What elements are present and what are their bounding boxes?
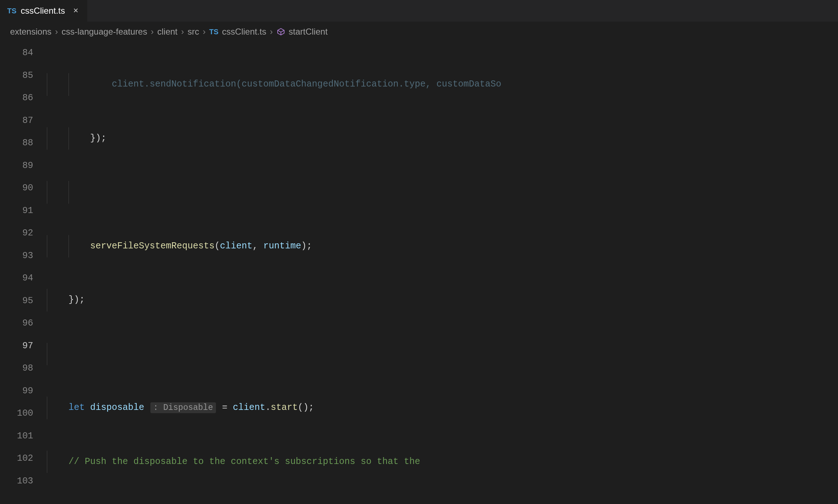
line-number[interactable]: 100	[0, 402, 33, 425]
line-number[interactable]: 85	[0, 65, 33, 87]
line-number[interactable]: 93	[0, 245, 33, 268]
breadcrumb-item[interactable]: client	[157, 27, 177, 37]
chevron-right-icon: ›	[181, 27, 184, 37]
typescript-icon: TS	[7, 7, 17, 15]
code-text: });	[69, 295, 85, 305]
line-number[interactable]: 87	[0, 110, 33, 132]
line-number[interactable]: 88	[0, 132, 33, 155]
line-number[interactable]: 99	[0, 380, 33, 403]
tab-bar: TS cssClient.ts ×	[0, 0, 838, 22]
line-number[interactable]: 84	[0, 42, 33, 65]
line-number-gutter: 8485868788899091929394959697989910010110…	[0, 42, 47, 504]
line-number[interactable]: 95	[0, 290, 33, 313]
code-text: let	[69, 402, 85, 413]
line-number[interactable]: 86	[0, 87, 33, 110]
breadcrumb-symbol[interactable]: startClient	[289, 27, 328, 37]
code-line[interactable]: client.sendNotification(customDataChange…	[47, 73, 838, 96]
code-line[interactable]	[47, 181, 838, 204]
chevron-right-icon: ›	[203, 27, 206, 37]
line-number[interactable]: 96	[0, 312, 33, 335]
tab-label: cssClient.ts	[21, 6, 65, 16]
code-line[interactable]	[47, 343, 838, 366]
line-number[interactable]: 91	[0, 200, 33, 222]
breadcrumb-file[interactable]: cssClient.ts	[222, 27, 266, 37]
chevron-right-icon: ›	[151, 27, 154, 37]
code-line[interactable]: serveFileSystemRequests(client, runtime)…	[47, 235, 838, 258]
line-number[interactable]: 101	[0, 425, 33, 448]
tab-active[interactable]: TS cssClient.ts ×	[0, 0, 88, 22]
line-number[interactable]: 102	[0, 447, 33, 470]
breadcrumb-item[interactable]: src	[188, 27, 199, 37]
close-icon[interactable]: ×	[71, 6, 80, 15]
editor[interactable]: 8485868788899091929394959697989910010110…	[0, 42, 838, 504]
line-number[interactable]: 90	[0, 177, 33, 200]
line-number[interactable]: 97	[0, 335, 33, 358]
breadcrumb-item[interactable]: extensions	[10, 27, 52, 37]
code-text: start	[271, 402, 298, 413]
breadcrumb: extensions › css-language-features › cli…	[0, 22, 838, 42]
code-area[interactable]: client.sendNotification(customDataChange…	[47, 42, 838, 504]
line-number[interactable]: 89	[0, 155, 33, 177]
code-text: client.sendNotification(customDataChange…	[112, 79, 501, 89]
line-number[interactable]: 103	[0, 470, 33, 493]
code-text: client	[233, 402, 265, 413]
line-number[interactable]: 94	[0, 267, 33, 290]
code-line[interactable]: let disposable : Disposable = client.sta…	[47, 397, 838, 419]
symbol-method-icon	[277, 27, 285, 36]
chevron-right-icon: ›	[55, 27, 58, 37]
chevron-right-icon: ›	[270, 27, 273, 37]
typescript-icon: TS	[209, 28, 219, 36]
code-text: runtime	[263, 241, 301, 251]
code-line[interactable]: });	[47, 289, 838, 311]
code-comment: // Push the disposable to the context's …	[69, 456, 420, 467]
breadcrumb-item[interactable]: css-language-features	[62, 27, 147, 37]
inlay-hint: : Disposable	[150, 402, 216, 413]
code-line[interactable]: });	[47, 127, 838, 150]
code-text: =	[217, 402, 233, 413]
code-text: serveFileSystemRequests	[90, 241, 215, 251]
code-text: disposable	[90, 402, 144, 413]
line-number[interactable]: 92	[0, 222, 33, 245]
code-line[interactable]: // Push the disposable to the context's …	[47, 451, 838, 473]
code-text: client	[220, 241, 252, 251]
code-text: });	[90, 133, 106, 143]
line-number[interactable]: 98	[0, 357, 33, 380]
